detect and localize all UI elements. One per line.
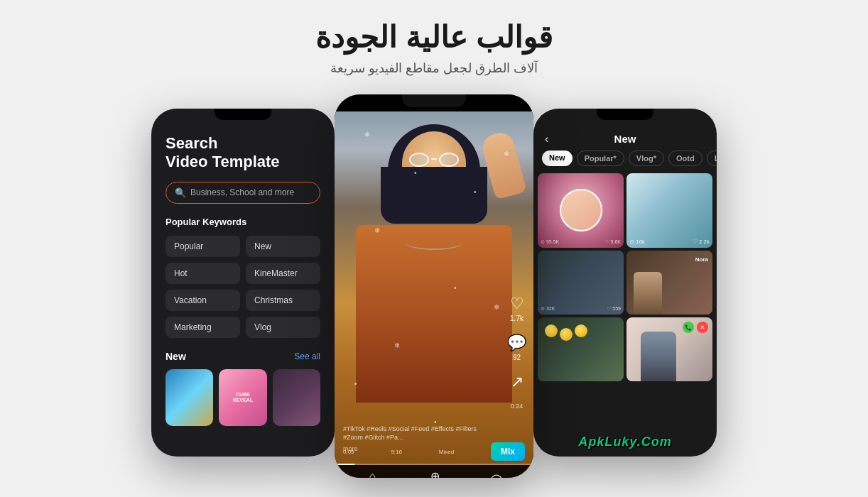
cell-2-plays: ⊙ 16k — [629, 239, 645, 245]
keyword-popular[interactable]: Popular — [166, 236, 240, 257]
new-thumbnails-row: CUBEREVEAL — [166, 369, 320, 426]
content-grid: ⊙ 95.5K ♡ 9.6K ⊙ 16k ♡ 2.2k ⊙ 32K ♡ 559 — [533, 173, 717, 381]
keyword-kinemaster[interactable]: KineMaster — [246, 263, 320, 284]
notch-left — [151, 109, 335, 123]
new-section-header: New See all — [166, 351, 320, 362]
comment-action[interactable]: 💬 92 — [507, 334, 526, 361]
coin-1 — [545, 324, 558, 337]
right-tabs: New Popular* Vlog* Ootd Lab — [533, 151, 717, 173]
new-section-title: New — [166, 351, 186, 362]
timer-display: 0:24 — [511, 403, 523, 410]
cell-2-image — [626, 173, 712, 248]
thumb-pink[interactable]: CUBEREVEAL — [219, 369, 266, 426]
grid-cell-4[interactable]: Nora — [626, 251, 712, 315]
right-screen-title: New — [614, 133, 636, 145]
phone-middle: ❄ • ❄ • ❄ • ❄ • ❄ • ♡ 1.7k 💬 92 — [335, 94, 533, 478]
notch-pill-middle — [402, 94, 466, 107]
cell-5-bg — [538, 317, 624, 381]
keywords-grid: Popular New Hot KineMaster Vacation Chri… — [166, 236, 320, 338]
share-action[interactable]: ↗ — [511, 373, 523, 391]
video-background: ❄ • ❄ • ❄ • ❄ • ❄ • ♡ 1.7k 💬 92 — [335, 111, 533, 478]
glass-left — [409, 153, 429, 167]
cell-2-stats: ⊙ 16k ♡ 2.2k — [629, 239, 710, 245]
tab-popular[interactable]: Popular* — [577, 151, 624, 166]
glass-right — [439, 153, 459, 167]
search-screen-title: SearchVideo Template — [166, 134, 320, 172]
quality-label: Mixed — [439, 449, 454, 455]
cell-1-stats: ⊙ 95.5K ♡ 9.6K — [541, 239, 621, 245]
left-screen-content: SearchVideo Template 🔍 Business, School … — [151, 123, 335, 437]
time-start: 0:09 — [343, 449, 354, 455]
phone-right: ‹ New New Popular* Vlog* Ootd Lab ⊙ 95.5… — [533, 109, 717, 457]
keyword-vlog[interactable]: Vlog — [246, 317, 320, 338]
grid-cell-6[interactable]: ✕ 📞 — [626, 317, 712, 381]
page-subtitle: آلاف الطرق لجعل مقاطع الفيديو سريعة — [315, 60, 552, 76]
phone-circle-icon: 📞 — [683, 322, 694, 333]
person-hijab-drape — [381, 167, 487, 224]
heart-icon: ♡ — [510, 295, 524, 313]
grid-cell-3[interactable]: ⊙ 32K ♡ 559 — [538, 251, 624, 315]
page-header: قوالب عالية الجودة آلاف الطرق لجعل مقاطع… — [315, 0, 552, 87]
person-head-area — [388, 124, 480, 224]
necklace — [406, 236, 462, 250]
keyword-hot[interactable]: Hot — [166, 263, 240, 284]
mix-button[interactable]: Mix — [491, 442, 525, 461]
like-action[interactable]: ♡ 1.7k — [510, 295, 524, 322]
profile-tab[interactable]: ◯ — [490, 473, 503, 479]
glass-bridge — [431, 158, 437, 160]
watermark: ApkLuky.Com — [533, 435, 717, 449]
grid-cell-1[interactable]: ⊙ 95.5K ♡ 9.6K — [538, 173, 624, 248]
person-glasses — [409, 153, 459, 167]
coin-3 — [575, 324, 587, 337]
page-title: قوالب عالية الجودة — [315, 20, 552, 55]
tab-ootd[interactable]: Ootd — [668, 151, 702, 166]
grid-cell-2[interactable]: ⊙ 16k ♡ 2.2k — [626, 173, 712, 248]
comment-count: 92 — [513, 354, 521, 361]
tab-vlog[interactable]: Vlog* — [629, 151, 664, 166]
thumb-purple[interactable] — [273, 369, 320, 426]
grid-cell-5[interactable] — [538, 317, 624, 381]
notch-middle — [335, 94, 533, 111]
cell-3-plays: ⊙ 32K — [541, 306, 555, 312]
hashtags-text: #TikTok #Reels #Social #Feed #Effects #F… — [343, 425, 498, 442]
cell-3-stats: ⊙ 32K ♡ 559 — [541, 306, 621, 312]
search-icon: 🔍 — [175, 187, 186, 198]
nora-label: Nora — [695, 256, 708, 263]
cell-1-likes: ♡ 9.6K — [605, 239, 621, 245]
home-tab[interactable]: ⌂ Home — [365, 470, 380, 479]
create-icon: ⊕ — [430, 469, 440, 478]
phone-left: SearchVideo Template 🔍 Business, School … — [151, 109, 335, 457]
right-header: ‹ New — [533, 123, 717, 151]
home-icon: ⌂ — [369, 470, 376, 479]
cell-3-likes: ♡ 559 — [607, 306, 621, 312]
cell-4-bg: Nora — [626, 251, 712, 315]
phones-container: SearchVideo Template 🔍 Business, School … — [0, 94, 868, 478]
profile-icon: ◯ — [490, 473, 503, 479]
notch-right — [533, 109, 717, 123]
comment-icon: 💬 — [507, 334, 526, 352]
time-end: 9:16 — [391, 449, 402, 455]
avatar-circle — [560, 189, 602, 231]
back-icon[interactable]: ‹ — [545, 133, 548, 146]
cell-3-bg: ⊙ 32K ♡ 559 — [538, 251, 624, 315]
create-tab[interactable]: ⊕ Create — [427, 469, 444, 478]
keyword-christmas[interactable]: Christmas — [246, 290, 320, 311]
tab-lab[interactable]: Lab — [707, 151, 717, 166]
cell-6-bg: ✕ 📞 — [626, 317, 712, 381]
timer-text: 0:24 — [511, 403, 523, 410]
nora-figure — [634, 272, 662, 315]
like-count: 1.7k — [510, 315, 523, 322]
tab-new[interactable]: New — [542, 151, 573, 166]
keyword-marketing[interactable]: Marketing — [166, 317, 240, 338]
share-icon: ↗ — [511, 373, 523, 391]
person-jacket — [356, 225, 512, 403]
thumb-beach[interactable] — [166, 369, 213, 426]
keyword-new[interactable]: New — [246, 236, 320, 257]
search-bar[interactable]: 🔍 Business, School and more — [166, 182, 320, 204]
see-all-link[interactable]: See all — [294, 351, 320, 361]
coin-2 — [560, 328, 573, 341]
cell-1-plays: ⊙ 95.5K — [541, 239, 559, 245]
keyword-vacation[interactable]: Vacation — [166, 290, 240, 311]
video-right-actions: ♡ 1.7k 💬 92 ↗ 0:24 — [507, 295, 526, 410]
notch-pill-right — [597, 109, 653, 120]
